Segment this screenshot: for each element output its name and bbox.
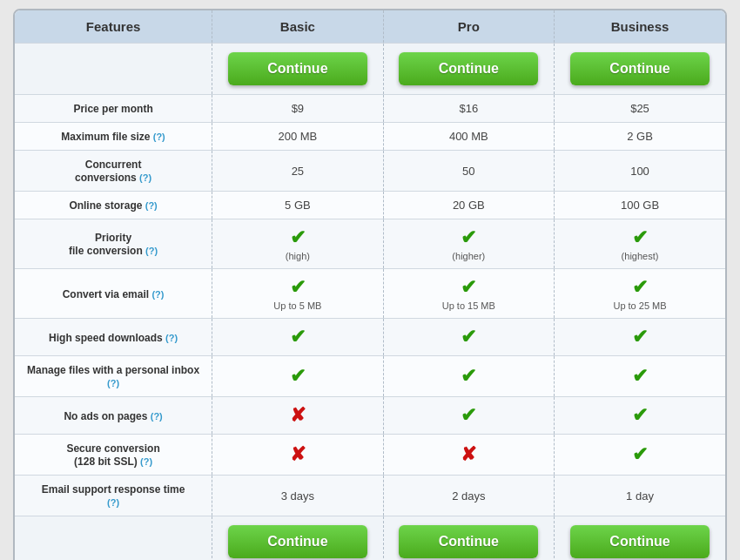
feature-label: Priorityfile conversion [69,232,145,257]
basic-value: $9 [212,95,383,123]
check-icon: ✔ [461,404,476,426]
table-row: Manage files with a personal inbox (?) ✔… [15,356,725,397]
basic-value: 3 days [212,476,383,516]
help-link[interactable]: (?) [140,456,152,467]
check-icon: ✔ [632,326,648,347]
bottom-button-row: Continue Continue Continue [15,516,725,561]
pro-value: ✘ [383,435,554,476]
feature-label: Price per month [73,103,152,115]
feature-label: No ads on pages [64,410,150,422]
continue-basic-top[interactable]: Continue [228,52,367,85]
cross-icon: ✘ [290,404,306,426]
check-icon: ✔ [461,276,476,298]
pricing-table: Features Basic Pro Business Continue Con… [13,9,727,560]
table-row: Secure conversion(128 bit SSL) (?) ✘ ✘ ✔ [15,435,725,476]
basic-value: ✔ [212,356,383,397]
cross-icon: ✘ [461,443,476,465]
basic-value: 25 [212,151,383,192]
cross-icon: ✘ [290,443,306,465]
table-row: Maximum file size (?) 200 MB 400 MB 2 GB [15,123,725,151]
header-business: Business [555,10,725,44]
table-row: Concurrentconversions (?) 25 50 100 [15,151,725,192]
pro-value: ✔ (higher) [383,219,554,269]
help-link[interactable]: (?) [145,246,158,256]
basic-value: 200 MB [212,123,383,151]
basic-value: ✔ [212,319,383,356]
sub-text: (higher) [393,251,545,261]
table-row: Priorityfile conversion (?) ✔ (high) ✔ (… [15,219,725,269]
feature-label: Maximum file size [61,131,152,143]
feature-label: Concurrentconversions [75,159,141,184]
continue-business-bottom[interactable]: Continue [570,525,710,558]
help-link[interactable]: (?) [153,132,165,142]
business-value: ✔ [555,356,725,397]
help-link[interactable]: (?) [165,333,178,343]
help-link[interactable]: (?) [139,172,151,183]
business-value: ✔ [555,319,725,356]
basic-value: 5 GB [212,192,383,219]
sub-text: Up to 25 MB [563,300,716,311]
business-value: 1 day [555,476,725,516]
table-row: Convert via email (?) ✔ Up to 5 MB ✔ Up … [15,269,725,319]
pro-value: 2 days [383,476,554,516]
check-icon: ✔ [461,326,476,347]
sub-text: (high) [221,251,373,261]
table-row: Online storage (?) 5 GB 20 GB 100 GB [15,192,725,219]
table-row: Email support response time(?) 3 days 2 … [15,476,725,516]
help-link[interactable]: (?) [151,289,164,300]
check-icon: ✔ [461,226,476,248]
continue-pro-bottom[interactable]: Continue [399,525,538,558]
table-row: No ads on pages (?) ✘ ✔ ✔ [15,397,725,435]
feature-label: Online storage [69,199,145,212]
pro-value: ✔ [383,356,554,397]
basic-value: ✘ [212,397,383,435]
pro-value: ✔ [383,397,554,435]
sub-text: Up to 15 MB [393,300,545,311]
check-icon: ✔ [290,276,306,298]
sub-text: Up to 5 MB [221,300,373,311]
help-link[interactable]: (?) [145,200,158,211]
top-button-row: Continue Continue Continue [15,44,725,95]
check-icon: ✔ [290,226,306,248]
check-icon: ✔ [632,276,648,298]
pro-value: 20 GB [383,192,554,219]
help-link[interactable]: (?) [151,411,163,422]
feature-label: Manage files with a personal inbox [27,364,199,376]
business-value: ✔ [555,435,725,476]
continue-pro-top[interactable]: Continue [399,52,538,85]
check-icon: ✔ [632,365,648,387]
check-icon: ✔ [290,326,306,347]
help-link[interactable]: (?) [107,497,119,508]
continue-basic-bottom[interactable]: Continue [228,525,367,558]
business-value: $25 [555,95,725,123]
help-link[interactable]: (?) [107,378,119,388]
pro-value: ✔ Up to 15 MB [383,269,554,319]
business-value: ✔ [555,397,725,435]
header-basic: Basic [212,10,383,44]
basic-value: ✔ (high) [212,219,383,269]
business-value: ✔ Up to 25 MB [555,269,725,319]
check-icon: ✔ [461,365,476,387]
business-value: ✔ (highest) [555,219,725,269]
header-features: Features [15,10,212,44]
basic-value: ✔ Up to 5 MB [212,269,383,319]
check-icon: ✔ [632,404,648,426]
table-row: Price per month $9 $16 $25 [15,95,725,123]
header-pro: Pro [383,10,554,44]
feature-label: Email support response time [42,483,185,496]
business-value: 2 GB [555,123,725,151]
pro-value: ✔ [383,319,554,356]
check-icon: ✔ [290,365,306,387]
sub-text: (highest) [563,251,716,261]
pro-value: 50 [383,151,554,192]
pro-value: $16 [383,95,554,123]
continue-business-top[interactable]: Continue [570,52,710,85]
feature-label: High speed downloads [49,332,165,344]
pro-value: 400 MB [383,123,554,151]
check-icon: ✔ [632,443,648,465]
feature-label: Convert via email [63,288,152,300]
business-value: 100 [555,151,725,192]
business-value: 100 GB [555,192,725,219]
check-icon: ✔ [632,226,648,248]
basic-value: ✘ [212,435,383,476]
